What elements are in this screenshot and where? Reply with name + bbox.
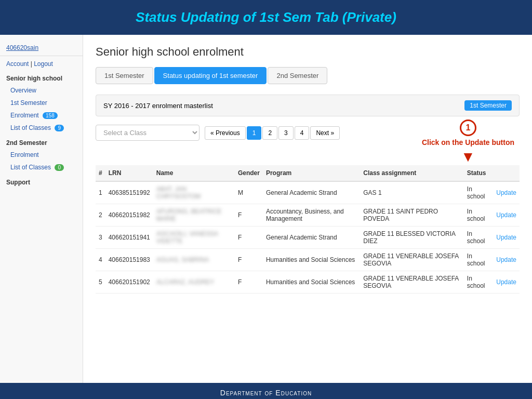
cell-name: ABAT, JAN CHRYSOSTOM [153,181,235,204]
account-link[interactable]: Account [6,60,29,68]
col-lrn: LRN [105,165,153,181]
cell-status: In school [464,227,493,249]
col-action [493,165,520,181]
page-3-button[interactable]: 3 [278,126,294,140]
table-row: 1 406385151992 ABAT, JAN CHRYSOSTOM M Ge… [96,181,520,204]
sidebar-section-shs: Senior high school [0,70,83,84]
annotation-text: Click on the Update button [422,138,514,147]
col-name: Name [153,165,235,181]
tab-2nd-semester[interactable]: 2nd Semester [268,67,327,84]
cell-program: Humanities and Social Sciences [263,249,360,271]
cell-name: AGCAOILI, VANESSA VIDETTE [153,227,235,249]
cell-class-assignment: GRADE 11 SAINT PEDRO POVEDA [360,204,464,227]
col-status: Status [464,165,493,181]
table-row: 2 406620151982 AFURONG, BEATRICE MARIE F… [96,204,520,227]
prev-button[interactable]: « Previous [205,126,246,140]
cell-gender: F [235,227,263,249]
table-header-row: # LRN Name Gender Program Class assignme… [96,165,520,181]
cell-program: General Academic Strand [263,181,360,204]
cell-lrn: 406620151983 [105,249,153,271]
section-label: SY 2016 - 2017 enrolment masterlist [103,102,213,110]
cell-gender: M [235,181,263,204]
cell-action[interactable]: Update [493,227,520,249]
account-logout: Account | Logout [0,58,83,70]
col-program: Program [263,165,360,181]
update-link[interactable]: Update [496,256,516,263]
cell-status: In school [464,249,493,271]
main-content: Senior high school enrolment 1st Semeste… [83,35,532,383]
cell-name: ALCARAZ, AUDREY [153,271,235,294]
page-4-button[interactable]: 4 [295,126,310,140]
tab-bar: 1st Semester Status updating of 1st seme… [96,67,520,84]
cell-lrn: 406620151982 [105,204,153,227]
cell-lrn: 406385151992 [105,181,153,204]
cell-gender: F [235,204,263,227]
cell-class-assignment: GRADE 11 BLESSED VICTORIA DIEZ [360,227,464,249]
cell-action[interactable]: Update [493,249,520,271]
cell-num: 2 [96,204,105,227]
cell-num: 4 [96,249,105,271]
cell-class-assignment: GRADE 11 VENERABLE JOSEFA SEGOVIA [360,249,464,271]
cell-lrn: 406620151902 [105,271,153,294]
annotation-area: 1 Click on the Update button ▼ [422,119,514,165]
cell-status: In school [464,204,493,227]
header-title: Status Updating of 1st Sem Tab (Private) [136,9,396,25]
cell-num: 5 [96,271,105,294]
cell-action[interactable]: Update [493,181,520,204]
filter-row: Select a Class « Previous 1 2 3 4 Next » [96,125,422,141]
pagination: « Previous 1 2 3 4 Next » [205,126,340,140]
cell-program: General Academic Strand [263,227,360,249]
footer-text: Department of Education [220,389,312,397]
cell-status: In school [464,271,493,294]
cell-gender: F [235,249,263,271]
cell-num: 3 [96,227,105,249]
step-circle: 1 [460,119,476,136]
sidebar-item-list-classes[interactable]: List of Classes 9 [0,122,83,134]
table-row: 3 406620151941 AGCAOILI, VANESSA VIDETTE… [96,227,520,249]
table-row: 4 406620151983 AGUAS, SABRINA F Humaniti… [96,249,520,271]
footer: Department of Education [0,383,532,399]
cell-status: In school [464,181,493,204]
cell-name: AGUAS, SABRINA [153,249,235,271]
logout-link[interactable]: Logout [34,60,53,68]
sidebar-item-enrolment[interactable]: Enrolment 158 [0,109,83,122]
update-link[interactable]: Update [496,189,516,196]
cell-action[interactable]: Update [493,204,520,227]
list-classes-2nd-badge: 0 [55,164,64,171]
tab-status-updating[interactable]: Status updating of 1st semester [154,67,267,84]
cell-gender: F [235,271,263,294]
page-title: Senior high school enrolment [96,45,520,59]
page-2-button[interactable]: 2 [262,126,277,140]
page-header: Status Updating of 1st Sem Tab (Private) [0,0,532,35]
cell-name: AFURONG, BEATRICE MARIE [153,204,235,227]
sidebar-item-1st-semester[interactable]: 1st Semester [0,97,83,109]
sidebar-user-section: 406620sain [0,40,83,56]
sidebar-section-2nd: 2nd Semester [0,134,83,149]
col-gender: Gender [235,165,263,181]
enrolment-badge: 158 [43,112,58,119]
update-link[interactable]: Update [496,278,516,286]
update-link[interactable]: Update [496,211,516,219]
cell-class-assignment: GAS 1 [360,181,464,204]
page-1-button[interactable]: 1 [247,126,262,140]
sidebar: 406620sain Account | Logout Senior high … [0,35,83,383]
cell-num: 1 [96,181,105,204]
col-num: # [96,165,105,181]
username-link[interactable]: 406620sain [6,44,76,51]
section-bar: SY 2016 - 2017 enrolment masterlist 1st … [96,95,520,116]
sidebar-item-list-classes-2nd[interactable]: List of Classes 0 [0,161,83,174]
cell-action[interactable]: Update [493,271,520,294]
list-classes-badge: 9 [55,125,64,131]
class-select[interactable]: Select a Class [96,125,200,141]
arrow-down-icon: ▼ [422,149,514,165]
tab-1st-semester[interactable]: 1st Semester [96,67,153,84]
update-link[interactable]: Update [496,234,516,241]
next-button[interactable]: Next » [310,126,340,140]
filter-annotation-row: 1 Click on the Update button ▼ Select a … [96,125,520,165]
sidebar-item-overview[interactable]: Overview [0,84,83,97]
cell-program: Accountancy, Business, and Management [263,204,360,227]
sidebar-section-support: Support [0,174,83,188]
cell-program: Humanities and Social Sciences [263,271,360,294]
sidebar-item-enrolment-2nd[interactable]: Enrolment [0,149,83,161]
col-class-assignment: Class assignment [360,165,464,181]
